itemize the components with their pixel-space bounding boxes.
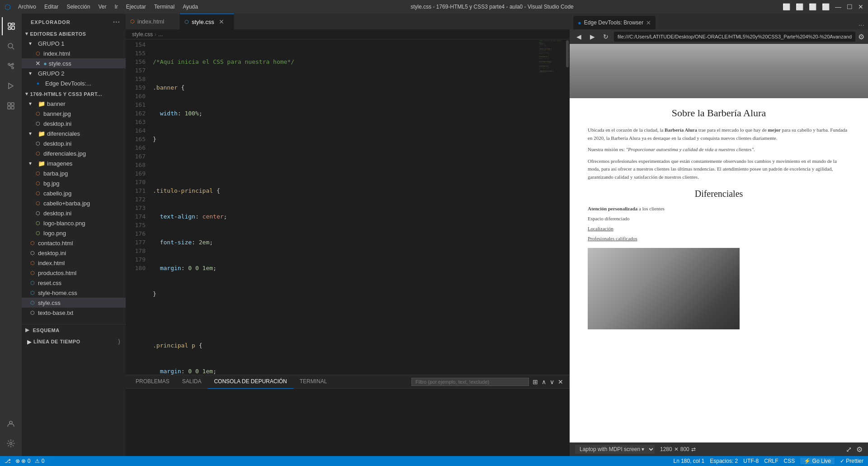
code-line-157: } (153, 135, 538, 143)
spaces-status[interactable]: Espacios: 2 (710, 458, 738, 464)
dif-desktop-ini[interactable]: ⬡ desktop.ini (22, 138, 126, 148)
bg-jpg[interactable]: ⬡ bg.jpg (22, 178, 126, 188)
go-live-status[interactable]: ⚡ Go Live (800, 458, 835, 464)
url-bar[interactable] (614, 32, 855, 42)
res-icon[interactable]: ⇄ (691, 446, 696, 452)
menu-terminal[interactable]: Terminal (151, 3, 178, 11)
line-num-160: 160 (126, 92, 146, 100)
cabello-barba-jpg[interactable]: ⬡ cabello+barba.jpg (22, 198, 126, 208)
menu-seleccion[interactable]: Selección (63, 3, 94, 11)
layout-icon-3[interactable]: ⬜ (809, 3, 816, 10)
style-home-css[interactable]: ⬡ style-home.css (22, 288, 126, 298)
sidebar-more-button[interactable]: ··· (113, 18, 120, 26)
zoom-in-icon[interactable]: ⤢ (846, 445, 852, 454)
esquema-section-header[interactable]: ▶ ESQUEMA (22, 324, 126, 335)
logo-blanco-png[interactable]: ⬡ logo-blanco.png (22, 218, 126, 228)
menu-ayuda[interactable]: Ayuda (179, 3, 202, 11)
minimize-button[interactable]: — (835, 3, 841, 10)
contacto-html[interactable]: ⬡ contacto.html (22, 238, 126, 248)
tab-consola[interactable]: CONSOLA DE DEPURACIÓN (208, 375, 293, 389)
svg-point-17 (10, 442, 12, 445)
barba-jpg[interactable]: ⬡ barba.jpg (22, 168, 126, 178)
explorer-activity-icon[interactable] (2, 17, 20, 35)
menu-editar[interactable]: Editar (41, 3, 62, 11)
project-header[interactable]: ▾ 1769-HTML5 Y CSS3 PART... (22, 89, 126, 99)
browser-content: Sobre la Barbería Alura Ubicada en el co… (570, 44, 868, 442)
git-activity-icon[interactable] (2, 57, 20, 75)
tab-close-button[interactable]: ✕ (219, 18, 224, 25)
scrollbar-thumb[interactable] (566, 40, 569, 67)
tab-terminal[interactable]: TERMINAL (293, 375, 334, 389)
browser-settings-icon[interactable]: ⚙ (858, 33, 864, 41)
editor-scrollbar[interactable] (565, 39, 570, 375)
productos-html[interactable]: ⬡ productos.html (22, 268, 126, 278)
maximize-button[interactable]: ☐ (847, 3, 853, 10)
tab-problemas[interactable]: PROBLEMAS (129, 375, 176, 389)
errors-status[interactable]: ⊗ ⊗ 0 (15, 458, 30, 464)
menu-ver[interactable]: Ver (94, 3, 110, 11)
panel-filter-icon[interactable]: ⊞ (533, 378, 538, 385)
language-status[interactable]: CSS (784, 458, 795, 464)
close-modified-icon[interactable]: ✕ (34, 60, 42, 67)
tab-index-html[interactable]: ⬡ index.html (126, 14, 180, 29)
debug-activity-icon[interactable] (2, 77, 20, 95)
forward-button[interactable]: ▶ (587, 31, 598, 42)
browser-tab[interactable]: ● Edge DevTools: Browser ✕ (573, 16, 656, 29)
line-num-169: 169 (126, 169, 146, 178)
root-desktop-ini[interactable]: ⬡ desktop.ini (22, 248, 126, 258)
banner-folder[interactable]: ▾ 📁 banner (22, 99, 126, 109)
diferenciales-folder[interactable]: ▾ 📁 diferenciales (22, 128, 126, 138)
texto-base-txt[interactable]: ⬡ texto-base.txt (22, 308, 126, 318)
panel-up-icon[interactable]: ∧ (542, 378, 546, 385)
layout-icon-4[interactable]: ⬜ (822, 3, 830, 10)
open-file-index-html[interactable]: ⬡ index.html (22, 48, 126, 58)
filter-input[interactable] (411, 378, 529, 386)
open-editors-header[interactable]: ▾ EDITORES ABIERTOS (22, 29, 126, 38)
banner-jpg-file[interactable]: ⬡ banner.jpg (22, 109, 126, 119)
close-button[interactable]: ✕ (858, 3, 863, 10)
open-file-style-css[interactable]: ✕ ● style.css (22, 58, 126, 68)
diferentials-image (588, 248, 740, 329)
style-css-root[interactable]: ⬡ style.css (22, 298, 126, 308)
logo-png[interactable]: ⬡ logo.png (22, 228, 126, 238)
cursor-position[interactable]: Ln 180, col 1 (673, 458, 704, 464)
warnings-status[interactable]: ⚠ 0 (35, 458, 44, 464)
imagenes-folder[interactable]: ▾ 📁 imagenes (22, 158, 126, 168)
device-select[interactable]: Laptop with MDPI screen ▾ (575, 445, 655, 454)
encoding-status[interactable]: UTF-8 (743, 458, 759, 464)
breadcrumb: style.css › ... (126, 29, 570, 39)
search-activity-icon[interactable] (2, 37, 20, 55)
line-ending-status[interactable]: CRLF (764, 458, 778, 464)
reset-css[interactable]: ⬡ reset.css (22, 278, 126, 288)
tab-salida[interactable]: SALIDA (176, 375, 208, 389)
edge-devtools-tab[interactable]: ● Edge DevTools:... (22, 78, 126, 88)
banner-desktop-ini[interactable]: ⬡ desktop.ini (22, 119, 126, 128)
git-branch-status[interactable]: ⎇ (5, 458, 11, 464)
menu-ir[interactable]: Ir (111, 3, 121, 11)
browser-tab-close[interactable]: ✕ (646, 19, 651, 26)
group1-chevron: ▾ (29, 40, 36, 47)
tab-style-css[interactable]: ⬡ style.css ✕ (180, 14, 234, 29)
imagenes-desktop-ini[interactable]: ⬡ desktop.ini (22, 208, 126, 218)
refresh-button[interactable]: ↻ (600, 31, 611, 42)
dif-jpg-file[interactable]: ⬡ diferenciales.jpg (22, 148, 126, 158)
browser-more-icon[interactable]: ··· (859, 21, 864, 29)
page-hero-image (570, 44, 868, 98)
menu-ejecutar[interactable]: Ejecutar (123, 3, 150, 11)
settings-browser-icon[interactable]: ⚙ (856, 445, 863, 454)
menu-archivo[interactable]: Archivo (14, 3, 40, 11)
index-html-root[interactable]: ⬡ index.html (22, 258, 126, 268)
back-button[interactable]: ◀ (573, 31, 584, 42)
settings-icon[interactable] (2, 434, 20, 452)
code-content[interactable]: /*Aquí inicia el CSS para nuestra home*/… (149, 39, 538, 375)
cabello-jpg[interactable]: ⬡ cabello.jpg (22, 188, 126, 198)
layout-icon-2[interactable]: ⬜ (796, 3, 803, 10)
account-icon[interactable] (2, 414, 20, 433)
panel-down-icon[interactable]: ∨ (550, 378, 554, 385)
panel-close-icon[interactable]: ✕ (558, 378, 563, 385)
prettier-status[interactable]: ✓ Prettier (840, 458, 863, 464)
layout-icon-1[interactable]: ⬜ (783, 3, 790, 10)
linea-expand-icon[interactable]: ⟩ (118, 338, 120, 345)
linea-de-tiempo-section[interactable]: ▶ LÍNEA DE TIEMPO ⟩ (22, 335, 126, 348)
extensions-activity-icon[interactable] (2, 97, 20, 115)
